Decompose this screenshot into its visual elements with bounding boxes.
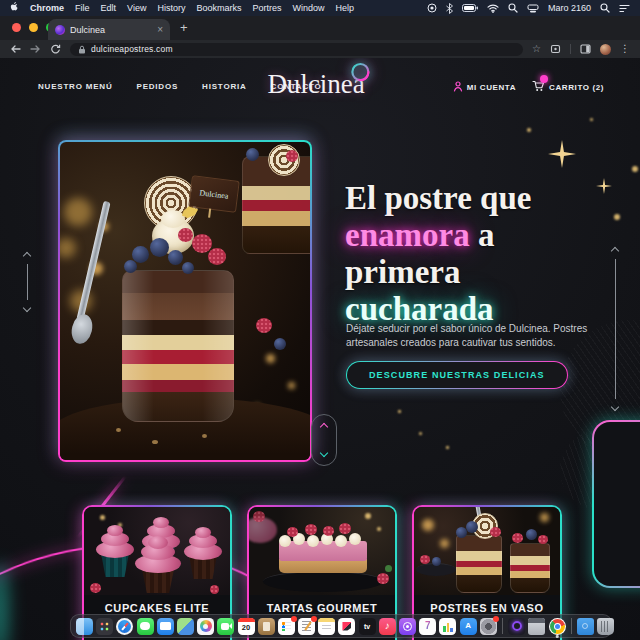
- chevron-up-icon[interactable]: [611, 247, 619, 255]
- control-center-icon[interactable]: [619, 4, 630, 13]
- person-icon: [453, 81, 463, 94]
- cart-button[interactable]: CARRITO (2): [532, 80, 604, 94]
- reminders-icon[interactable]: [278, 618, 295, 635]
- hero-dessert-photo: Dulcinea: [60, 142, 310, 460]
- dock-divider: [571, 618, 572, 634]
- display-icon[interactable]: [527, 4, 539, 13]
- logo-swirl-icon: [349, 60, 373, 91]
- browser-tab[interactable]: Dulcinea ×: [48, 19, 170, 40]
- globe-app-icon[interactable]: [508, 618, 525, 635]
- gold-dot: [632, 166, 638, 172]
- menu-item-view[interactable]: View: [127, 3, 146, 13]
- chrome-icon[interactable]: [549, 618, 566, 635]
- bluetooth-icon[interactable]: [446, 3, 453, 14]
- gold-dot: [398, 410, 401, 413]
- menu-item-file[interactable]: File: [75, 3, 90, 13]
- site-logo[interactable]: Dulcinea: [267, 69, 364, 100]
- tab-favicon: [55, 25, 65, 35]
- news-icon[interactable]: [338, 618, 355, 635]
- forward-icon[interactable]: [30, 44, 41, 54]
- reload-icon[interactable]: [50, 44, 61, 55]
- chevron-down-icon[interactable]: [611, 403, 619, 411]
- browser-toolbar: dulcineapostres.com ☆ ⋮: [0, 40, 640, 58]
- macos-dock: 20 tv ♪ 7 A: [70, 614, 612, 638]
- right-scroll-indicator[interactable]: [612, 248, 618, 410]
- gold-dot: [527, 128, 531, 132]
- chevron-up-icon[interactable]: [320, 423, 328, 431]
- menu-item-edit[interactable]: Edlt: [101, 3, 117, 13]
- chevron-down-icon[interactable]: [320, 449, 328, 457]
- window-close-button[interactable]: [12, 23, 21, 32]
- safari-icon[interactable]: [116, 618, 133, 635]
- numbers-icon[interactable]: [439, 618, 456, 635]
- nav-link-historia[interactable]: HISTORIA: [202, 82, 246, 91]
- tab-close-icon[interactable]: ×: [157, 25, 163, 35]
- shortcuts-icon[interactable]: 7: [419, 618, 436, 635]
- trash-icon[interactable]: [597, 618, 614, 635]
- menu-bar-clock: Maro 2160: [548, 3, 591, 13]
- photos-icon[interactable]: [197, 618, 214, 635]
- spoon-bowl: [69, 312, 95, 346]
- menu-item-profiles[interactable]: Portres: [252, 3, 281, 13]
- podcasts-icon[interactable]: [399, 618, 416, 635]
- macos-menu-bar: Chrome File Edlt View History Bookmarks …: [0, 0, 640, 16]
- launchpad-icon[interactable]: [96, 618, 113, 635]
- screen-record-icon[interactable]: [427, 3, 437, 13]
- site-navigation: NUESTRO MENÚ PEDIDOS HISTORIA CONTACTO D…: [0, 58, 640, 116]
- textedit-icon[interactable]: [298, 618, 315, 635]
- cta-button[interactable]: DESCUBRE NUESTRAS DELICIAS: [346, 361, 568, 389]
- left-scroll-indicator[interactable]: [24, 253, 30, 311]
- side-panel-icon[interactable]: [580, 44, 591, 54]
- cupcakes-photo: [84, 507, 230, 595]
- calendar-icon[interactable]: 20: [238, 618, 255, 635]
- messages-icon[interactable]: [137, 618, 154, 635]
- finder-icon[interactable]: [76, 618, 93, 635]
- toolbar-divider: [570, 44, 571, 54]
- browser-menu-icon[interactable]: ⋮: [620, 44, 630, 54]
- wifi-icon[interactable]: [487, 4, 499, 13]
- gold-dot: [590, 118, 593, 121]
- apple-menu-icon[interactable]: [10, 2, 19, 15]
- account-button[interactable]: MI CUENTA: [453, 81, 516, 94]
- bookmark-star-icon[interactable]: ☆: [532, 44, 541, 54]
- contacts-icon[interactable]: [258, 618, 275, 635]
- spotlight-icon[interactable]: [508, 3, 518, 13]
- appstore-icon[interactable]: A: [460, 618, 477, 635]
- neon-panel-decoration: [592, 420, 640, 588]
- menu-item-help[interactable]: Help: [335, 3, 354, 13]
- address-bar[interactable]: dulcineapostres.com: [70, 43, 523, 56]
- minimized-window-thumbnail[interactable]: [528, 618, 545, 635]
- settings-icon[interactable]: [480, 618, 497, 635]
- music-icon[interactable]: ♪: [379, 618, 396, 635]
- hero-title: El postre que enamora a primera cucharad…: [345, 180, 620, 328]
- hero-subtitle: Déjate seducir por el sabor único de Dul…: [346, 322, 604, 350]
- dessert-glass: [122, 270, 234, 422]
- cart-icon: [532, 80, 545, 94]
- menu-item-window[interactable]: Window: [292, 3, 324, 13]
- search-icon[interactable]: [600, 3, 610, 13]
- profile-avatar[interactable]: [600, 44, 611, 55]
- new-tab-button[interactable]: +: [180, 20, 188, 35]
- facetime-icon[interactable]: [217, 618, 234, 635]
- battery-icon[interactable]: [462, 4, 478, 12]
- chevron-up-icon[interactable]: [23, 252, 31, 260]
- downloads-folder-icon[interactable]: [577, 618, 594, 635]
- screen: Chrome File Edlt View History Bookmarks …: [0, 0, 640, 640]
- chevron-down-icon[interactable]: [23, 304, 31, 312]
- window-minimize-button[interactable]: [29, 23, 38, 32]
- browser-tab-strip: Dulcinea × +: [0, 16, 640, 40]
- nav-link-menu[interactable]: NUESTRO MENÚ: [38, 82, 113, 91]
- carousel-pill-control[interactable]: [311, 414, 337, 466]
- mail-icon[interactable]: [157, 618, 174, 635]
- nav-link-pedidos[interactable]: PEDIDOS: [137, 82, 179, 91]
- extensions-icon[interactable]: [550, 44, 561, 54]
- maps-icon[interactable]: [177, 618, 194, 635]
- back-icon[interactable]: [10, 44, 21, 54]
- menu-item-history[interactable]: History: [157, 3, 185, 13]
- gold-dot: [419, 432, 422, 435]
- appletv-icon[interactable]: tv: [359, 618, 376, 635]
- menu-item-chrome[interactable]: Chrome: [30, 3, 64, 13]
- notes-icon[interactable]: [318, 618, 335, 635]
- url-text: dulcineapostres.com: [91, 44, 173, 54]
- menu-item-bookmarks[interactable]: Bookmarks: [196, 3, 241, 13]
